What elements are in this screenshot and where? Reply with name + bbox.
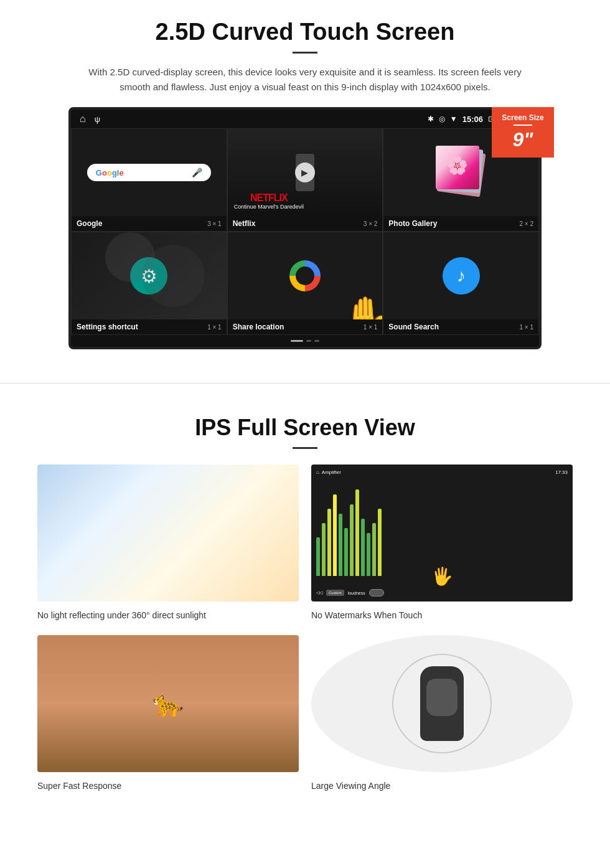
- photo-gallery-app-size: 2 × 2: [519, 220, 533, 227]
- settings-thumb: ⚙: [72, 232, 227, 319]
- google-logo: Google: [96, 168, 124, 177]
- cheetah-image: 🐆: [37, 635, 299, 772]
- amp-bar-7: [350, 504, 354, 577]
- share-bg: 🤚: [228, 232, 383, 319]
- share-location-cell[interactable]: 🤚 Share location 1 × 1: [227, 232, 383, 335]
- share-location-thumb: 🤚: [228, 232, 383, 319]
- page-dots: [71, 335, 539, 347]
- settings-label-row: Settings shortcut 1 × 1: [72, 319, 227, 334]
- amp-toggle[interactable]: [369, 589, 384, 597]
- settings-app-label: Settings shortcut: [77, 323, 138, 331]
- car-caption: Large Viewing Angle: [311, 778, 573, 793]
- status-time: 15:06: [462, 115, 483, 124]
- touch-hand: 🖐: [316, 566, 568, 587]
- amplifier-visual: ⌂ Amplifier 17:33: [311, 465, 573, 601]
- cheetah-icon: 🐆: [152, 689, 184, 719]
- google-label-row: Google 3 × 1: [72, 216, 227, 231]
- app-grid-row2: ⚙ Settings shortcut 1 × 1: [71, 232, 539, 335]
- sunlight-caption: No light reflecting under 360° direct su…: [37, 608, 299, 623]
- play-icon[interactable]: ▶: [295, 163, 315, 182]
- device-mockup: Screen Size 9" ⌂ ψ ✱ ◎ ▼ 15:06 ⊡ ◁) ⊠ ▭: [68, 107, 542, 349]
- sound-search-label-row: Sound Search 1 × 1: [383, 319, 538, 334]
- google-thumb: Google 🎤: [72, 129, 227, 216]
- share-location-label-row: Share location 1 × 1: [228, 319, 383, 334]
- feature-grid: No light reflecting under 360° direct su…: [37, 465, 573, 793]
- cheetah-caption: Super Fast Response: [37, 778, 299, 793]
- share-location-app-size: 1 × 1: [364, 324, 378, 331]
- section-curved-screen: 2.5D Curved Touch Screen With 2.5D curve…: [0, 0, 610, 364]
- status-bar: ⌂ ψ ✱ ◎ ▼ 15:06 ⊡ ◁) ⊠ ▭: [71, 110, 539, 128]
- wifi-icon: ▼: [450, 115, 458, 123]
- sound-search-thumb: ♪: [383, 232, 538, 319]
- amp-header: ⌂ Amplifier 17:33: [316, 469, 568, 475]
- dot-active: [291, 340, 303, 342]
- car-visual: [311, 635, 573, 772]
- google-search-bar[interactable]: Google 🎤: [87, 164, 211, 181]
- car-body: [420, 666, 464, 741]
- google-app-size: 3 × 1: [207, 220, 222, 227]
- feature-car: Large Viewing Angle: [311, 635, 573, 793]
- settings-bg: ⚙: [72, 232, 227, 319]
- photo-gallery-label-row: Photo Gallery 2 × 2: [383, 216, 538, 231]
- netflix-content: ▶ NETFLIX Continue Marvel's Daredevil: [228, 129, 383, 216]
- netflix-cell[interactable]: ▶ NETFLIX Continue Marvel's Daredevil Ne…: [227, 128, 383, 232]
- amp-home-icon: ⌂: [316, 469, 319, 475]
- netflix-label-row: Netflix 3 × 2: [228, 216, 383, 231]
- music-note-icon: ♪: [457, 266, 466, 286]
- photo-gallery-app-label: Photo Gallery: [388, 219, 437, 228]
- netflix-app-label: Netflix: [233, 219, 256, 228]
- amp-title: Amplifier: [322, 469, 341, 475]
- netflix-bg: ▶ NETFLIX Continue Marvel's Daredevil: [228, 129, 383, 216]
- photo-stack: 🌸: [433, 144, 489, 200]
- amp-custom-btn[interactable]: Custom: [326, 590, 344, 596]
- google-maps-icon: [289, 260, 321, 291]
- photo-front: 🌸: [436, 146, 479, 189]
- bluetooth-icon: ✱: [428, 115, 434, 123]
- google-mic-icon[interactable]: 🎤: [192, 167, 202, 177]
- netflix-thumb: ▶ NETFLIX Continue Marvel's Daredevil: [228, 129, 383, 216]
- settings-cell[interactable]: ⚙ Settings shortcut 1 × 1: [71, 232, 227, 335]
- flower-icon: 🌸: [436, 146, 479, 176]
- sound-search-cell[interactable]: ♪ Sound Search 1 × 1: [383, 232, 539, 335]
- badge-label: Screen Size: [500, 113, 545, 122]
- play-button[interactable]: ▶: [295, 163, 315, 182]
- netflix-logo: NETFLIX: [234, 192, 304, 204]
- amp-loudness-label: loudness: [348, 591, 365, 595]
- amplifier-image: ⌂ Amplifier 17:33: [311, 465, 573, 601]
- dot-2: [314, 340, 319, 342]
- car-roof: [426, 679, 458, 716]
- amp-bar-4: [333, 494, 337, 576]
- netflix-subtitle: Continue Marvel's Daredevil: [234, 204, 304, 210]
- amp-footer: ◁◁ Custom loudness: [316, 589, 568, 597]
- sound-bg: ♪: [383, 232, 538, 319]
- google-cell[interactable]: Google 🎤 Google 3 × 1: [71, 128, 227, 232]
- amp-time: 17:33: [555, 469, 568, 475]
- settings-content: ⚙: [130, 257, 167, 295]
- section1-title: 2.5D Curved Touch Screen: [37, 19, 573, 45]
- sound-search-app-label: Sound Search: [388, 323, 439, 331]
- google-bg: Google 🎤: [72, 129, 227, 216]
- app-grid: Google 🎤 Google 3 × 1: [71, 128, 539, 232]
- feature-amplifier: ⌂ Amplifier 17:33: [311, 465, 573, 623]
- device-screen: ⌂ ψ ✱ ◎ ▼ 15:06 ⊡ ◁) ⊠ ▭: [68, 107, 542, 349]
- sunlight-visual: [37, 465, 299, 601]
- music-icon-circle: ♪: [443, 257, 480, 295]
- section2-title: IPS Full Screen View: [37, 415, 573, 441]
- dot-1: [306, 340, 311, 342]
- section1-divider: [293, 52, 317, 54]
- feature-cheetah: 🐆 Super Fast Response: [37, 635, 299, 793]
- hand-pointing: 🤚: [342, 294, 382, 319]
- settings-shadow2: [143, 245, 205, 307]
- screen-size-badge: Screen Size 9": [492, 107, 554, 158]
- sunlight-image: [37, 465, 299, 601]
- sound-search-app-size: 1 × 1: [519, 324, 533, 331]
- amp-bars: [316, 478, 568, 578]
- home-icon: ⌂: [80, 113, 86, 125]
- page-divider: [0, 383, 610, 384]
- feature-sunlight: No light reflecting under 360° direct su…: [37, 465, 299, 623]
- g-inner: [296, 267, 314, 285]
- settings-app-size: 1 × 1: [207, 324, 222, 331]
- car-circle: [392, 654, 492, 753]
- share-location-app-label: Share location: [233, 323, 284, 331]
- car-image: [311, 635, 573, 772]
